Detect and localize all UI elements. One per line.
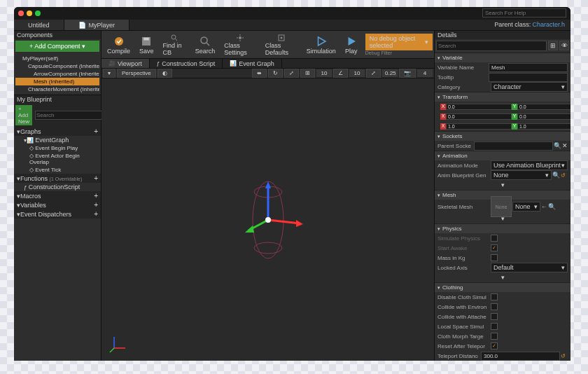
class-settings-button[interactable]: Class Settings: [220, 32, 260, 57]
add-dispatcher-icon[interactable]: +: [94, 210, 98, 218]
blueprint-search[interactable]: [35, 111, 111, 120]
compile-button[interactable]: Compile: [103, 32, 134, 57]
reset-icon[interactable]: ↺: [561, 172, 568, 179]
component-item[interactable]: MyPlayer(self): [15, 55, 99, 62]
expand-icon[interactable]: ▾: [501, 181, 505, 188]
camera-speed[interactable]: 4: [417, 69, 433, 77]
clothing-checkbox[interactable]: [491, 323, 498, 330]
parent-socket-input[interactable]: [474, 141, 553, 151]
browse-icon[interactable]: 🔍: [552, 172, 560, 179]
start-awake-checkbox[interactable]: [491, 244, 498, 251]
section-animation[interactable]: Animation: [435, 151, 570, 160]
clothing-checkbox[interactable]: [491, 342, 498, 349]
section-physics[interactable]: Physics: [435, 223, 570, 233]
simulation-button[interactable]: Simulation: [302, 32, 340, 57]
clear-icon[interactable]: ✕: [562, 142, 568, 149]
3d-viewport[interactable]: [102, 78, 434, 361]
event-item[interactable]: ◇ Event Tick: [14, 166, 101, 174]
mesh-dropdown[interactable]: None▾: [512, 202, 540, 212]
expand-icon[interactable]: ▾: [501, 215, 505, 222]
transform-scl-y[interactable]: [517, 123, 570, 130]
teleport-distance-input[interactable]: [481, 352, 560, 361]
variable-name-input[interactable]: [489, 63, 568, 72]
play-button[interactable]: Play: [341, 32, 362, 57]
search-button[interactable]: Search: [191, 32, 220, 57]
clothing-checkbox[interactable]: [491, 333, 498, 340]
macros-header[interactable]: ▾Macros+: [14, 191, 101, 200]
clothing-checkbox[interactable]: [491, 303, 498, 310]
class-defaults-button[interactable]: Class Defaults: [261, 32, 302, 57]
tab-untitled[interactable]: Untitled: [14, 20, 64, 30]
component-item[interactable]: CharacterMovement (Inherited): [15, 85, 99, 93]
transform-scale-button[interactable]: ⤢: [284, 69, 299, 78]
scale-size[interactable]: 0.25: [382, 69, 398, 77]
help-search[interactable]: [482, 8, 566, 18]
component-item[interactable]: CapsuleComponent (Inherited): [15, 62, 99, 70]
event-item[interactable]: ◇ Event Begin Play: [14, 144, 101, 152]
grid-size[interactable]: 10: [316, 69, 332, 77]
transform-rotate-button[interactable]: ↻: [268, 69, 283, 78]
component-item[interactable]: Mesh (Inherited): [15, 78, 99, 85]
find-in-cb-button[interactable]: Find in CB: [159, 32, 190, 57]
transform-rot-y[interactable]: [517, 113, 570, 120]
parent-class-link[interactable]: Character.h: [532, 21, 565, 28]
snap-angle-button[interactable]: ∠: [333, 69, 348, 78]
event-item[interactable]: ◇ Event Actor Begin Overlap: [14, 152, 101, 166]
search-icon[interactable]: 🔍: [554, 142, 561, 149]
debug-object-selector[interactable]: No debug object selected▾: [365, 34, 433, 50]
max-dot[interactable]: [35, 11, 41, 16]
add-new-button[interactable]: + Add New: [15, 105, 32, 125]
eventgraph-item[interactable]: ▾📊 EventGraph: [14, 136, 101, 144]
section-transform[interactable]: Transform: [435, 92, 570, 102]
save-button[interactable]: Save: [135, 32, 158, 57]
section-variable[interactable]: Variable: [435, 53, 570, 62]
transform-rot-x[interactable]: [446, 113, 512, 120]
snap-grid-button[interactable]: ⊞: [300, 69, 315, 78]
animation-mode-dropdown[interactable]: Use Animation Blueprint▾: [491, 160, 568, 170]
viewport-options-button[interactable]: ▾: [103, 69, 115, 78]
transform-loc-y[interactable]: [517, 104, 570, 110]
tab-myplayer[interactable]: 📄MyPlayer: [64, 20, 130, 30]
section-sockets[interactable]: Sockets: [435, 131, 570, 141]
construction-script-item[interactable]: ƒ ConstructionScript: [14, 183, 101, 191]
locked-axis-dropdown[interactable]: Default▾: [491, 263, 568, 272]
view-mode-button[interactable]: ◐: [158, 69, 172, 78]
transform-move-button[interactable]: ⬌: [252, 69, 267, 78]
tab-event-graph[interactable]: 📊 Event Graph: [223, 59, 282, 68]
transform-loc-x[interactable]: [446, 104, 512, 110]
add-component-button[interactable]: + Add Component ▾: [15, 41, 99, 52]
anim-blueprint-dropdown[interactable]: None▾: [491, 170, 552, 180]
transform-scl-x[interactable]: [446, 123, 512, 130]
simulate-physics-checkbox[interactable]: [491, 235, 498, 242]
perspective-button[interactable]: Perspective: [117, 69, 156, 78]
functions-header[interactable]: ▾Functions (1 Overridable)+: [14, 174, 101, 183]
clothing-checkbox[interactable]: [491, 293, 498, 300]
details-search[interactable]: [436, 41, 547, 51]
add-variable-icon[interactable]: +: [94, 201, 98, 209]
snap-scale-button[interactable]: ⤢: [366, 69, 381, 78]
component-item[interactable]: ArrowComponent (Inherited): [15, 70, 99, 78]
add-macro-icon[interactable]: +: [94, 192, 98, 200]
add-function-icon[interactable]: +: [94, 174, 98, 182]
browse-icon[interactable]: 🔍: [548, 203, 556, 210]
close-dot[interactable]: [18, 11, 24, 16]
add-graph-icon[interactable]: +: [94, 127, 98, 135]
transform-gizmo[interactable]: [226, 157, 310, 283]
expand-icon[interactable]: ▾: [501, 274, 505, 281]
section-clothing[interactable]: Clothing: [435, 282, 570, 292]
graphs-header[interactable]: ▾Graphs+: [14, 127, 101, 136]
tab-construction[interactable]: ƒ Construction Script: [150, 59, 223, 68]
eye-icon[interactable]: 👁: [559, 41, 569, 50]
min-dot[interactable]: [27, 11, 32, 16]
clothing-checkbox[interactable]: [491, 313, 498, 320]
reset-icon[interactable]: ↺: [561, 353, 568, 359]
category-dropdown[interactable]: Character▾: [491, 82, 568, 92]
mass-checkbox[interactable]: [491, 254, 498, 261]
tab-viewport[interactable]: 🎥 Viewport: [102, 59, 150, 68]
search-options-icon[interactable]: ⊞: [548, 41, 558, 50]
tooltip-input[interactable]: [489, 73, 568, 82]
camera-speed-button[interactable]: 📷: [399, 69, 416, 78]
use-selected-icon[interactable]: ←: [541, 203, 547, 210]
variables-header[interactable]: ▾Variables+: [14, 200, 101, 209]
dispatchers-header[interactable]: ▾Event Dispatchers+: [14, 209, 101, 219]
